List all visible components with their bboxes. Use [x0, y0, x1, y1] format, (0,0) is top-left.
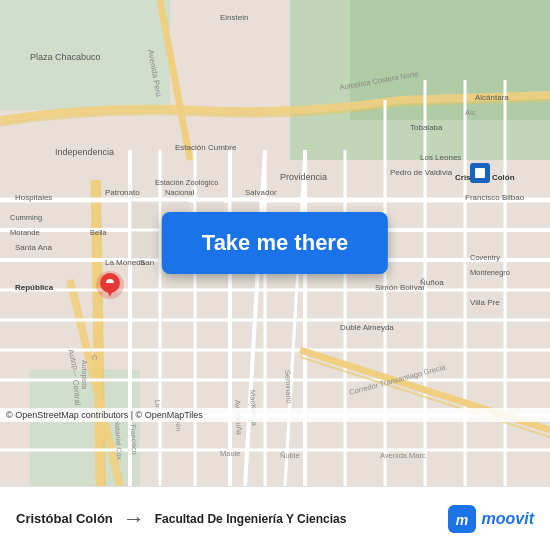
svg-text:Estación Cumbre: Estación Cumbre: [175, 143, 237, 152]
svg-text:Hospitales: Hospitales: [15, 193, 52, 202]
route-from: Cristóbal Colón: [16, 511, 113, 526]
svg-text:Los Leones: Los Leones: [420, 153, 461, 162]
bottom-bar: Cristóbal Colón → Facultad De Ingeniería…: [0, 486, 550, 550]
svg-text:Francisco Bilbao: Francisco Bilbao: [465, 193, 525, 202]
svg-text:Ñuble: Ñuble: [280, 451, 300, 460]
svg-text:Seminario: Seminario: [283, 370, 294, 404]
attribution-text: © OpenStreetMap contributors | © OpenMap…: [6, 410, 203, 420]
attribution: © OpenStreetMap contributors | © OpenMap…: [0, 408, 550, 422]
svg-rect-28: [131, 231, 159, 259]
svg-text:Independencia: Independencia: [55, 147, 114, 157]
svg-text:Providencia: Providencia: [280, 172, 327, 182]
route-to: Facultad De Ingeniería Y Ciencias: [155, 512, 448, 526]
moovit-logo: m moovit: [448, 505, 534, 533]
route-from-label: Cristóbal Colón: [16, 511, 113, 526]
moovit-text: moovit: [482, 510, 534, 528]
svg-text:Einstein: Einstein: [220, 13, 248, 22]
route-to-label: Facultad De Ingeniería Y Ciencias: [155, 512, 347, 526]
map-container: Plaza Chacabuco Einstein Independencia H…: [0, 0, 550, 486]
svg-text:Maule: Maule: [220, 449, 240, 458]
svg-text:Alcántara: Alcántara: [475, 93, 509, 102]
svg-text:Ñuñoa: Ñuñoa: [420, 278, 444, 287]
svg-text:Plaza Chacabuco: Plaza Chacabuco: [30, 52, 101, 62]
svg-text:Morande: Morande: [10, 228, 40, 237]
svg-text:C: C: [91, 355, 98, 360]
svg-text:Santa Ana: Santa Ana: [15, 243, 52, 252]
svg-text:Estación Zoológico: Estación Zoológico: [155, 178, 218, 187]
svg-text:Tobalaba: Tobalaba: [410, 123, 443, 132]
svg-text:Dublé Almeyda: Dublé Almeyda: [340, 323, 394, 332]
svg-text:Bella: Bella: [90, 228, 108, 237]
moovit-icon: m: [448, 505, 476, 533]
svg-rect-25: [131, 201, 159, 229]
svg-text:Patronato: Patronato: [105, 188, 140, 197]
route-arrow-icon: →: [123, 506, 145, 532]
svg-text:Salvador: Salvador: [245, 188, 277, 197]
svg-text:Cumming: Cumming: [10, 213, 42, 222]
svg-text:Nacional: Nacional: [165, 188, 195, 197]
svg-rect-88: [475, 168, 485, 178]
svg-text:Pedro de Valdivia: Pedro de Valdivia: [390, 168, 453, 177]
svg-text:República: República: [15, 283, 54, 292]
svg-text:Simón Bolívar: Simón Bolívar: [375, 283, 425, 292]
svg-text:Montenegro: Montenegro: [470, 268, 510, 277]
svg-text:San: San: [140, 258, 154, 267]
take-me-there-button[interactable]: Take me there: [162, 212, 388, 274]
svg-text:Avenida Marc: Avenida Marc: [380, 451, 426, 460]
svg-text:Autopista: Autopista: [80, 360, 88, 389]
svg-text:Coventry: Coventry: [470, 253, 500, 262]
svg-text:Villa Pre: Villa Pre: [470, 298, 500, 307]
app: Plaza Chacabuco Einstein Independencia H…: [0, 0, 550, 550]
svg-text:Alc: Alc: [465, 108, 476, 117]
svg-text:m: m: [455, 512, 467, 528]
